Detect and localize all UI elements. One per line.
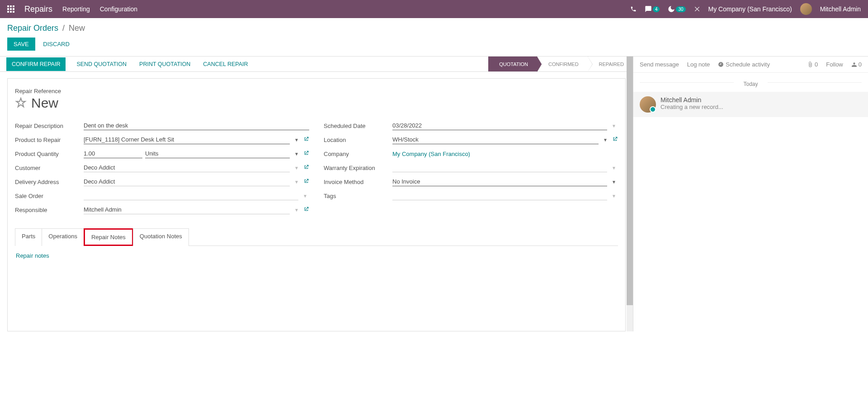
breadcrumb-current: New xyxy=(69,24,85,33)
tags-label: Tags xyxy=(324,193,392,199)
product-to-repair-label: Product to Repair xyxy=(15,137,84,143)
priority-star-icon[interactable] xyxy=(15,97,27,110)
tab-parts[interactable]: Parts xyxy=(15,228,42,246)
invoice-method-input[interactable] xyxy=(392,177,607,186)
print-quotation-button[interactable]: PRINT QUOTATION xyxy=(137,57,192,71)
chevron-down-icon[interactable]: ▼ xyxy=(601,137,609,142)
external-link-icon[interactable] xyxy=(303,150,309,157)
schedule-activity-link[interactable]: Schedule activity xyxy=(718,61,770,68)
scheduled-date-label: Scheduled Date xyxy=(324,123,392,129)
invoice-method-label: Invoice Method xyxy=(324,179,392,185)
top-navbar: Repairs Reporting Configuration 4 30 My … xyxy=(0,0,868,18)
activities-icon[interactable]: 30 xyxy=(668,5,685,13)
activities-badge: 30 xyxy=(676,6,685,12)
repair-reference-label: Repair Reference xyxy=(15,88,618,94)
follow-link[interactable]: Follow xyxy=(826,61,843,68)
close-icon[interactable] xyxy=(694,6,700,12)
messaging-icon[interactable]: 4 xyxy=(645,5,660,13)
message-avatar xyxy=(640,96,656,113)
external-link-icon[interactable] xyxy=(303,136,309,143)
nav-reporting[interactable]: Reporting xyxy=(62,5,90,13)
product-quantity-label: Product Quantity xyxy=(15,151,84,157)
chevron-down-icon[interactable]: ▼ xyxy=(292,165,301,170)
send-quotation-button[interactable]: SEND QUOTATION xyxy=(75,57,128,71)
product-to-repair-input[interactable] xyxy=(84,135,290,144)
chevron-down-icon[interactable]: ▼ xyxy=(610,123,618,128)
chatter-today-separator: Today xyxy=(633,73,868,92)
nav-configuration[interactable]: Configuration xyxy=(100,5,137,13)
scheduled-date-input[interactable] xyxy=(392,121,607,130)
apps-icon[interactable] xyxy=(7,5,14,13)
chevron-down-icon[interactable]: ▼ xyxy=(610,194,618,198)
confirm-repair-button[interactable]: CONFIRM REPAIR xyxy=(6,57,66,71)
warranty-expiration-input[interactable] xyxy=(392,163,607,172)
tabs: Parts Operations Repair Notes Quotation … xyxy=(15,228,618,246)
sale-order-input[interactable] xyxy=(84,191,298,200)
chevron-down-icon[interactable]: ▼ xyxy=(292,151,301,156)
clock-icon xyxy=(718,61,724,67)
status-bar: CONFIRM REPAIR SEND QUOTATION PRINT QUOT… xyxy=(0,57,633,72)
phone-icon[interactable] xyxy=(630,6,637,12)
action-bar: SAVE DISCARD xyxy=(0,36,868,56)
tags-input[interactable] xyxy=(392,191,607,200)
repair-notes-content[interactable]: Repair notes xyxy=(15,246,618,265)
tab-operations[interactable]: Operations xyxy=(42,228,84,246)
chevron-down-icon[interactable]: ▼ xyxy=(292,137,301,142)
location-input[interactable] xyxy=(392,135,599,144)
person-icon xyxy=(851,61,857,67)
chevron-down-icon[interactable]: ▼ xyxy=(610,179,618,184)
customer-input[interactable] xyxy=(84,163,290,172)
app-title[interactable]: Repairs xyxy=(24,5,52,14)
send-message-link[interactable]: Send message xyxy=(640,61,679,68)
chatter-message: Mitchell Admin Creating a new record... xyxy=(633,92,868,117)
follower-count[interactable]: 0 xyxy=(851,61,862,68)
responsible-label: Responsible xyxy=(15,207,84,213)
log-note-link[interactable]: Log note xyxy=(687,61,710,68)
tab-repair-notes[interactable]: Repair Notes xyxy=(84,228,133,246)
delivery-address-label: Delivery Address xyxy=(15,179,84,185)
chevron-down-icon[interactable]: ▼ xyxy=(292,179,301,184)
breadcrumb: Repair Orders / New xyxy=(0,18,868,36)
external-link-icon[interactable] xyxy=(303,178,309,185)
breadcrumb-sep: / xyxy=(62,24,65,33)
product-quantity-input[interactable] xyxy=(84,149,142,158)
message-text: Creating a new record... xyxy=(660,104,723,110)
repair-description-input[interactable] xyxy=(84,121,309,130)
product-quantity-unit-input[interactable] xyxy=(145,149,290,158)
attachment-count[interactable]: 0 xyxy=(807,61,818,68)
chevron-down-icon[interactable]: ▼ xyxy=(301,194,309,198)
repair-reference-value: New xyxy=(31,95,58,111)
repair-notes-placeholder: Repair notes xyxy=(16,252,49,259)
messaging-badge: 4 xyxy=(653,6,660,12)
cancel-repair-button[interactable]: CANCEL REPAIR xyxy=(201,57,250,71)
user-name[interactable]: Mitchell Admin xyxy=(820,5,861,13)
user-avatar[interactable] xyxy=(800,3,812,15)
discard-button[interactable]: DISCARD xyxy=(37,38,76,51)
repair-description-label: Repair Description xyxy=(15,123,84,129)
company-label: Company xyxy=(324,151,392,157)
chevron-down-icon[interactable]: ▼ xyxy=(610,165,618,170)
chevron-down-icon[interactable]: ▼ xyxy=(292,208,301,212)
company-value[interactable]: My Company (San Francisco) xyxy=(392,151,470,157)
scrollbar[interactable] xyxy=(627,57,633,331)
responsible-input[interactable] xyxy=(84,205,290,214)
tab-quotation-notes[interactable]: Quotation Notes xyxy=(133,228,189,246)
chatter-panel: Send message Log note Schedule activity … xyxy=(633,57,868,331)
warranty-expiration-label: Warranty Expiration xyxy=(324,165,392,171)
delivery-address-input[interactable] xyxy=(84,177,290,186)
attachment-icon xyxy=(807,61,813,67)
breadcrumb-root[interactable]: Repair Orders xyxy=(7,24,58,33)
status-repaired[interactable]: REPAIRED xyxy=(588,57,633,71)
location-label: Location xyxy=(324,137,392,143)
company-selector[interactable]: My Company (San Francisco) xyxy=(708,5,792,13)
external-link-icon[interactable] xyxy=(303,164,309,171)
external-link-icon[interactable] xyxy=(303,206,309,213)
customer-label: Customer xyxy=(15,165,84,171)
status-confirmed[interactable]: CONFIRMED xyxy=(537,57,588,71)
external-link-icon[interactable] xyxy=(612,136,618,143)
save-button[interactable]: SAVE xyxy=(7,38,35,51)
status-quotation[interactable]: QUOTATION xyxy=(488,57,537,71)
message-author: Mitchell Admin xyxy=(660,96,723,104)
sale-order-label: Sale Order xyxy=(15,193,84,199)
